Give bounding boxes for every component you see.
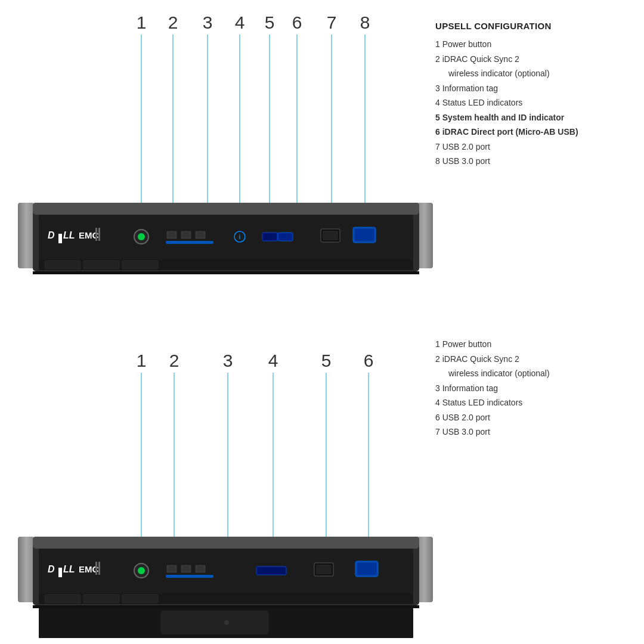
b-power-led (138, 567, 145, 574)
b-ctrl-3 (196, 565, 205, 572)
item-4: 4 Status LED indicators (435, 95, 638, 110)
b-server-top-stripe (33, 537, 419, 549)
b-lower-bay (161, 611, 268, 634)
dell-diamond (58, 234, 62, 243)
health-indicator (262, 233, 277, 241)
usb-inner-30 (355, 229, 374, 241)
b-ctrl-1 (167, 565, 177, 572)
b-indicator (256, 566, 286, 575)
num-4-top: 4 (235, 13, 245, 32)
usb-inner (323, 231, 338, 240)
power-led (138, 233, 145, 240)
b-ctrl-2 (181, 565, 191, 572)
bottom-diagram: 1 2 3 4 5 6 D LL EMC (0, 334, 441, 644)
num-5-top: 5 (265, 13, 275, 32)
b-item-3: 3 Information tag (435, 381, 638, 396)
b-bar1 (95, 562, 97, 575)
b-bay-3 (122, 595, 158, 603)
b-item-7: 7 USB 3.0 port (435, 425, 638, 439)
item-5: 5 System health and ID indicator (435, 110, 638, 125)
num-7-top: 7 (327, 13, 337, 32)
ctrl-icon-3 (196, 231, 205, 239)
num-3-top: 3 (203, 13, 213, 32)
b-blue-bar (166, 575, 213, 578)
info-btn-text: i (239, 234, 241, 240)
b-item-6: 6 USB 2.0 port (435, 410, 638, 425)
server-top-stripe (33, 203, 419, 215)
b-item-2-indent: wireless indicator (optional) (435, 366, 638, 381)
drive-bay-1 (45, 261, 80, 269)
num-6-top: 6 (292, 13, 302, 32)
dell-logo: D (48, 230, 55, 240)
ctrl-icon-2 (181, 231, 191, 239)
b-dell-logo-2: LL (63, 564, 75, 574)
num-1-top: 1 (137, 13, 147, 32)
drive-bay-2 (83, 261, 119, 269)
item-8: 8 USB 3.0 port (435, 154, 638, 169)
b-dell-diamond (58, 568, 62, 577)
num-5-bot: 5 (321, 351, 332, 370)
num-2-bot: 2 (169, 351, 179, 370)
num-6-bot: 6 (364, 351, 374, 370)
text-panel-top: UPSELL CONFIGURATION 1 Power button 2 iD… (435, 21, 638, 169)
item-6: 6 iDRAC Direct port (Micro-AB USB) (435, 125, 638, 140)
num-2-top: 2 (168, 13, 178, 32)
item-1: 1 Power button (435, 37, 638, 52)
item-3: 3 Information tag (435, 81, 638, 96)
b-bar2 (98, 562, 100, 575)
top-diagram: 1 2 3 4 5 6 7 8 D LL EMC (0, 0, 441, 316)
blue-status-bar (166, 241, 213, 244)
b-dell-logo: D (48, 564, 55, 574)
b-lower-dot (224, 620, 229, 625)
item-7: 7 USB 2.0 port (435, 140, 638, 154)
server-bottom (33, 271, 419, 274)
bar2 (98, 228, 100, 241)
b-item-4: 4 Status LED indicators (435, 395, 638, 410)
ctrl-icon-1 (167, 231, 177, 239)
num-4-bot: 4 (268, 351, 278, 370)
b-server-bottom (33, 605, 419, 608)
b-item-1: 1 Power button (435, 337, 638, 352)
num-3-bot: 3 (223, 351, 233, 370)
dell-logo-2: LL (63, 230, 75, 240)
item-2: 2 iDRAC Quick Sync 2 (435, 52, 638, 67)
item-2-indent: wireless indicator (optional) (435, 66, 638, 81)
b-usb-30-inner (357, 563, 376, 575)
b-item-2: 2 iDRAC Quick Sync 2 (435, 352, 638, 367)
page-container: 1 2 3 4 5 6 7 8 D LL EMC (0, 0, 644, 644)
drive-bay-3 (122, 261, 158, 269)
num-8-top: 8 (360, 13, 370, 32)
b-bay-2 (83, 595, 119, 603)
text-panel-bottom: 1 Power button 2 iDRAC Quick Sync 2 wire… (435, 337, 638, 439)
config-title: UPSELL CONFIGURATION (435, 21, 638, 31)
num-1-bot: 1 (137, 351, 147, 370)
b-server-left (18, 537, 35, 602)
b-usb-sm-inner (316, 565, 332, 574)
bar1 (95, 228, 97, 241)
server-left (18, 203, 35, 268)
b-bay-1 (45, 595, 80, 603)
id-indicator (278, 233, 293, 241)
